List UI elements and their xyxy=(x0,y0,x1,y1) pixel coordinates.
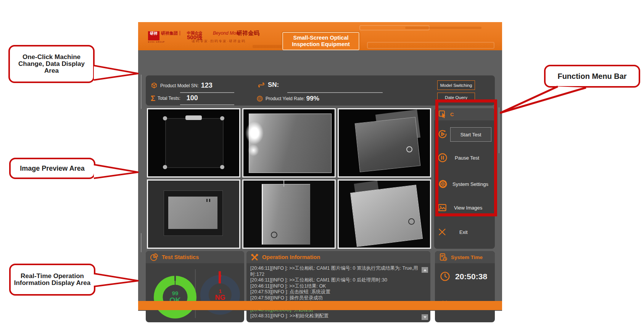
box-icon xyxy=(150,82,158,90)
menu-item-exit[interactable]: Exit xyxy=(437,227,468,237)
sn-field: SN: xyxy=(257,81,281,89)
logo-slogan: 读码专家·扫码专家·研祥金码 xyxy=(192,39,246,44)
pointer-image-preview xyxy=(94,165,138,178)
cam1-tab xyxy=(185,115,202,120)
cam1-frame xyxy=(165,118,223,168)
log-line: [20:46:11][INFO ]: >>工位相机: CAM1 图片编号: 0 … xyxy=(250,266,423,277)
operation-info-panel: Operation Information [20:46:11][INFO ]:… xyxy=(246,251,430,322)
callout-image-preview: Image Preview Area xyxy=(9,158,95,179)
product-model-label: Product Model SN: xyxy=(160,83,199,88)
cam2-glare xyxy=(245,122,264,144)
underline xyxy=(180,104,234,105)
camera-image-1 xyxy=(147,108,240,178)
camera-image-6 xyxy=(338,179,431,249)
tools-icon xyxy=(250,253,259,262)
cam6-panel xyxy=(350,185,423,247)
cam3-mark xyxy=(406,146,412,152)
scroll-up-button[interactable] xyxy=(422,267,428,273)
cam6-mark xyxy=(408,218,415,225)
system-time-icon xyxy=(439,253,448,262)
operation-info-header: Operation Information xyxy=(246,251,430,263)
log-line: [20:47:58][INFO ]: 操作员登录成功 xyxy=(250,295,423,301)
test-statistics-panel: Test Statistics 99 OK 1 NG xyxy=(146,251,244,322)
model-switching-button[interactable]: Model Switching xyxy=(437,80,475,90)
exit-icon xyxy=(437,227,447,237)
system-time-header: System Time xyxy=(435,251,495,263)
product-model-value: 123 xyxy=(201,82,213,90)
log-line: [20:48:31][INFO ]: >>初始化检测配置 xyxy=(250,313,423,319)
pointer-realtime-info xyxy=(94,274,138,286)
cam5-panel xyxy=(262,184,310,245)
ok-donut-chart: 99 OK xyxy=(154,276,196,318)
logo-script: Beyond More xyxy=(213,30,240,36)
header-decor xyxy=(405,27,481,29)
logo-brand: 研祥金码 xyxy=(237,30,259,37)
ng-count: 1 xyxy=(219,289,221,294)
operation-log[interactable]: [20:46:11][INFO ]: >>工位相机: CAM1 图片编号: 0 … xyxy=(250,266,423,320)
window-header: 研祥 EVOC GROUP 研祥集团 中国企业500强 Beyond More … xyxy=(138,22,502,50)
callout-function-menu-text: Function Menu Bar xyxy=(557,73,626,80)
underline xyxy=(180,92,234,93)
total-tests-value: 100 xyxy=(187,94,198,102)
scroll-down-button[interactable] xyxy=(422,314,428,320)
ng-label: NG xyxy=(215,294,225,301)
yield-check-icon xyxy=(256,95,263,102)
system-time-title: System Time xyxy=(451,254,483,260)
callout-realtime-info: Real-Time Operation Information Display … xyxy=(9,264,95,296)
test-statistics-header: Test Statistics xyxy=(146,251,244,263)
yield-rate-value: 99% xyxy=(306,95,319,102)
cam1-dot xyxy=(220,165,224,169)
camera-image-2 xyxy=(242,108,336,178)
callout-function-menu: Function Menu Bar xyxy=(544,65,640,88)
cam1-dot xyxy=(163,165,167,169)
exit-label: Exit xyxy=(459,229,468,235)
system-time-panel: System Time 20:50:38 2024-08-15 xyxy=(435,251,495,322)
product-model-field: Product Model SN: 123 xyxy=(150,82,213,90)
cam1-dot xyxy=(163,116,167,120)
window-footer-bar xyxy=(138,301,502,310)
sn-label: SN: xyxy=(268,81,279,89)
yield-rate-field: Product Yield Rate: 99% xyxy=(256,95,319,102)
cam5-mark xyxy=(271,232,277,238)
decor-line xyxy=(141,75,142,109)
up-arrow-icon xyxy=(423,269,427,271)
camera-image-4 xyxy=(147,179,240,249)
evoc-logo: 研祥 xyxy=(148,31,159,40)
ng-tick-mark xyxy=(219,271,221,283)
cam2-glare xyxy=(248,144,259,157)
underline xyxy=(287,92,383,93)
function-menu-highlight xyxy=(435,99,497,216)
pie-chart-icon xyxy=(150,253,159,262)
cam5-wire xyxy=(283,181,284,187)
clock-icon xyxy=(440,271,451,282)
total-tests-label: Total Tests: xyxy=(158,96,180,101)
cam4-mark xyxy=(209,199,210,202)
log-line: [20:47:53][INFO ]: 点击按钮 :系统设置 xyxy=(250,289,423,295)
log-line: [20:46:11][INFO ]: >>工位相机: CAM1 图片编号: 0 … xyxy=(250,277,423,283)
image-preview-grid xyxy=(147,108,431,249)
current-time: 20:50:38 xyxy=(455,272,487,281)
operation-info-title: Operation Information xyxy=(262,254,320,260)
cam1-dot xyxy=(220,116,224,120)
logo-group-text: 研祥集团 xyxy=(161,31,180,35)
down-arrow-icon xyxy=(423,316,427,318)
log-line: [20:46:11][INFO ]: >>工位1结果: OK xyxy=(250,283,423,290)
time-row: 20:50:38 xyxy=(440,271,487,282)
sn-flow-icon xyxy=(257,81,266,89)
total-tests-field: Σ Total Tests: 100 xyxy=(151,94,198,102)
header-decor xyxy=(367,42,494,49)
callout-data-display-text: One-Click Machine Change, Data Display A… xyxy=(13,54,90,74)
pointer-data-display xyxy=(94,66,138,80)
app-title-line1: Small-Screen Optical xyxy=(293,35,348,41)
test-statistics-title: Test Statistics xyxy=(162,254,199,260)
callout-data-display: One-Click Machine Change, Data Display A… xyxy=(8,45,95,83)
pointer-function-menu xyxy=(501,86,586,113)
yield-rate-label: Product Yield Rate: xyxy=(266,96,305,101)
app-title: Small-Screen Optical Inspection Equipmen… xyxy=(282,32,359,50)
callout-image-preview-text: Image Preview Area xyxy=(20,165,84,172)
ok-count: 99 xyxy=(172,290,179,296)
cam3-panel xyxy=(355,117,420,172)
app-title-line2: Inspection Equipment xyxy=(292,41,349,48)
sigma-icon: Σ xyxy=(151,95,155,102)
callout-realtime-info-text: Real-Time Operation Information Display … xyxy=(14,273,91,286)
